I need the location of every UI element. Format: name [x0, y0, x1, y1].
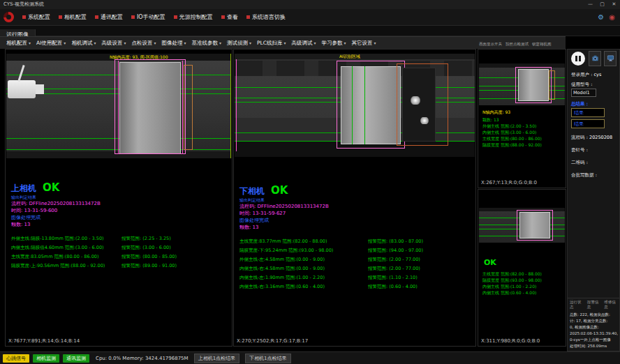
toolbar-item-other-settings[interactable]: 其它设置▾: [348, 37, 378, 50]
top-camera-check-button[interactable]: 上相机1点检结果: [194, 354, 239, 363]
measurement-row: 内侧主线-右:3.16mm 范围:(0.60 - 4.00)报警范围: (0.6…: [239, 282, 423, 291]
view-toggle-spot-test[interactable]: 拍照点检测试: [505, 42, 529, 47]
right-bottom-camera-panel: OK 主线宽度 范围:(82.00 - 88.00) 隔膜宽度 范围:(93.0…: [478, 189, 566, 347]
bottom-camera-check-button[interactable]: 下相机1点检结果: [245, 354, 290, 363]
stats-line: 2025:02:08-13:31:39:40,: [570, 331, 619, 337]
total-result-label: 总结果：: [571, 101, 620, 107]
toolbar-item-learning-params[interactable]: 学习参数▾: [318, 37, 348, 50]
heartbeat-badge: 心跳信号: [3, 354, 29, 363]
title-bar: CYS-视觉检测系统 — ▢ ✕: [0, 0, 620, 9]
middle-result-overlay: 下相机 OK 输出判定结果 流程码: DFFline20250208133134…: [239, 183, 423, 291]
measurement-row: 内侧主线:隔膜值4.60mm 范围:(3.00 - 6.00)报警范围: (3.…: [11, 243, 177, 252]
tab-run-status[interactable]: 运行状态: [570, 300, 585, 310]
view-toggle-display[interactable]: 画面显示开关: [479, 42, 502, 47]
toolbar-item-spot-check[interactable]: 点检设置▾: [128, 37, 158, 50]
toolbar-item-advanced-settings[interactable]: 高级设置▾: [98, 37, 128, 50]
tab-bar: 运行图像: [0, 26, 620, 36]
stats-line: 计: 17, 检测分类总数:: [570, 318, 619, 324]
minimize-icon[interactable]: —: [584, 0, 596, 9]
measurement-list: 主线宽度:83.77mm 范围:(82.00 - 88.00)报警范围: (83…: [239, 237, 423, 291]
middle-camera-image[interactable]: AI识别区域: [235, 54, 475, 157]
menu-item-camera-config[interactable]: 相机配置: [54, 9, 91, 26]
toolbar-item-plc-scan[interactable]: PLC线扫库▾: [254, 37, 288, 50]
model-row: 使用型号：: [571, 82, 620, 88]
toolbar-item-ai-config[interactable]: AI使用配置▾: [34, 37, 68, 50]
chevron-down-icon: ▾: [313, 40, 316, 45]
status-ok: OK: [484, 258, 496, 267]
tab-alarm-info[interactable]: 报警信息: [587, 300, 603, 310]
cable-object: [17, 65, 24, 82]
model-select[interactable]: Model1: [571, 89, 596, 97]
result-note: 输出判定结果: [11, 195, 177, 200]
toolbar-item-test-detect[interactable]: 测试侦测▾: [224, 37, 254, 50]
login-user-value: cys: [594, 72, 602, 77]
flow-code: 流程码: DFFline2025020813313472B: [239, 203, 423, 210]
toolbar-item-image-processing[interactable]: 图像处理▾: [158, 37, 189, 50]
result-box-2: 结果: [571, 119, 605, 128]
menu-item-system-config[interactable]: 系统配置: [18, 9, 54, 26]
toolbar-item-camera-config[interactable]: 相机配置▾: [3, 37, 34, 50]
measurement-list: 外侧主线:隔膜-13.80mm 范围:(2.00 - 3.50)报警范围: (2…: [11, 234, 177, 271]
bright-spot: [410, 96, 421, 105]
menu-item-light-control-config[interactable]: 光源控制配置: [170, 9, 217, 26]
measurement-row: 主线宽度:83.05mm 范围:(80.00 - 86.00)报警范围: (80…: [11, 252, 177, 261]
overlay-frame: [517, 210, 553, 241]
result-title: 下相机: [239, 186, 265, 196]
left-result-overlay: 上相机 OK 输出判定结果 流程码: DFFline20250208133134…: [11, 181, 177, 271]
stats-line: 总数: 222, 检测良品数:: [570, 312, 619, 318]
logo-dot-icon[interactable]: ◉: [609, 9, 615, 26]
result-lines: 颗数: 13 外侧主线 范围:(2.00 - 3.50) 内侧主线 范围:(3.…: [482, 116, 542, 148]
comm-monitor-badge: 通讯监测: [63, 354, 89, 363]
flow-code-value: 20250208: [589, 135, 612, 140]
status-bar: 心跳信号 相机监测 通讯监测 Cpu: 0.0% Memory: 3424.41…: [0, 351, 620, 364]
stats-line: 0-cys一外上点检一图像: [570, 337, 619, 343]
menu-item-icon: [59, 15, 62, 19]
toolbar-item-advanced-debug[interactable]: 高级调试▾: [288, 37, 318, 50]
overlay-line: [364, 66, 365, 144]
chevron-down-icon: ▾: [94, 40, 96, 45]
menu-item-icon: [131, 15, 135, 19]
close-icon[interactable]: ✕: [608, 0, 620, 9]
measurement-row: 内侧主线-左:1.90mm 范围:(1.00 - 2.20)报警范围: (1.1…: [239, 273, 423, 282]
qr-code-label: 二维码：: [571, 160, 620, 166]
main-window: CYS-视觉检测系统 — ▢ ✕ 系统配置 相机配置 通讯配置 IO手动配置 光…: [0, 0, 620, 364]
menu-item-icon: [95, 15, 98, 19]
roi-label: N轴内高度: 93: [482, 109, 510, 116]
tab-maintenance-info[interactable]: 维修信息: [604, 300, 619, 310]
overlay-line: [118, 61, 119, 154]
maximize-icon[interactable]: ▢: [596, 0, 608, 9]
result-title: 上相机: [11, 183, 36, 193]
menu-item-view[interactable]: 查看: [217, 9, 242, 26]
overlay-frame: [184, 65, 193, 150]
menu-item-language-switch[interactable]: 系统语言切换: [242, 9, 290, 26]
flow-code-label: 流程码：: [571, 135, 589, 140]
pixel-coords-readout: X:267;Y:13;R:0;G:0;B:0: [481, 180, 537, 185]
time-text: 时间: 13-31-59-600: [11, 207, 177, 214]
chevron-down-icon: ▾: [344, 40, 346, 45]
measurement-row: 隔膜宽度-上:90.56mm 范围:(88.00 - 92.00)报警范围: (…: [11, 261, 177, 271]
result-box-1: 结果: [571, 108, 605, 117]
pixel-coords-readout: X:7677;Y:891;R:14;G:14;B:14: [8, 338, 80, 344]
right-top-camera-panel: N轴内高度: 93 颗数: 13 外侧主线 范围:(2.00 - 3.50) 内…: [478, 49, 566, 188]
count-text: 颗数: 13: [11, 221, 177, 228]
menu-item-icon: [221, 15, 225, 19]
menu-item-io-manual-config[interactable]: IO手动配置: [127, 9, 170, 26]
left-camera-image[interactable]: N轴内高度: 93, 间-区间值:100: [6, 54, 231, 158]
right-top-camera-image[interactable]: [479, 63, 565, 105]
window-controls: — ▢ ✕: [584, 0, 620, 9]
pause-button[interactable]: [571, 52, 585, 66]
chevron-down-icon: ▾: [283, 40, 286, 45]
login-user-row: 登录用户：cys: [571, 72, 620, 78]
toolbar-item-baseline-params[interactable]: 基准线参数▾: [189, 37, 224, 50]
pause-icon: [575, 56, 581, 61]
gear-icon[interactable]: ⚙: [598, 9, 604, 26]
menu-item-comm-config[interactable]: 通讯配置: [91, 9, 127, 26]
measurement-row: 外侧主线:隔膜-13.80mm 范围:(2.00 - 3.50)报警范围: (2…: [11, 234, 177, 243]
process-done-text: 图像处理完成: [11, 214, 177, 221]
measurement-row: 内侧主线-右:4.58mm 范围:(0.00 - 9.00)报警范围: (2.0…: [239, 264, 423, 273]
view-toggle-lock-image[interactable]: 锁定相机图: [532, 42, 552, 47]
camera-view-button-1[interactable]: [589, 51, 601, 66]
camera-view-button-2[interactable]: [604, 51, 617, 66]
right-bottom-camera-image[interactable]: [479, 208, 565, 243]
toolbar-item-camera-debug[interactable]: 相机调试▾: [68, 37, 98, 50]
